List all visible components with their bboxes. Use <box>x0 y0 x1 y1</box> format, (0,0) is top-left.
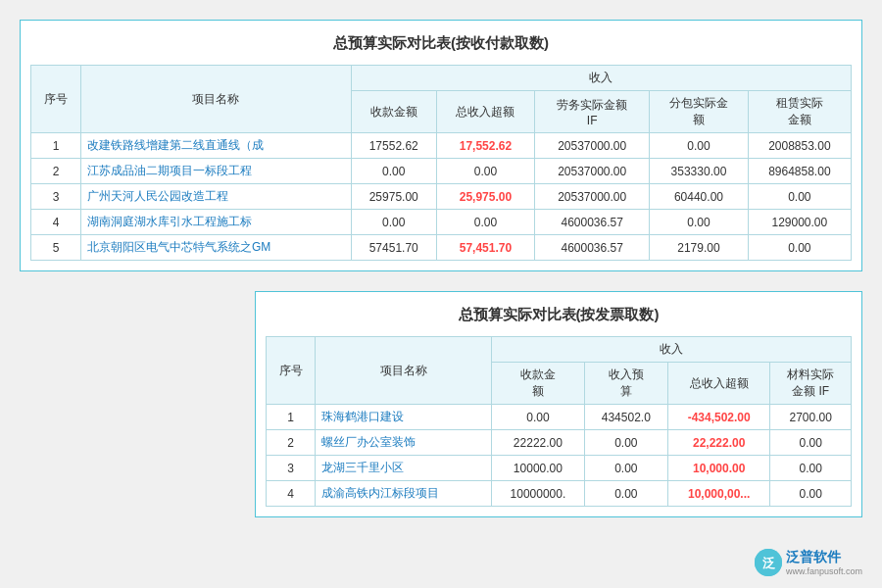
col-income-group: 收入 <box>351 66 851 91</box>
col-rental-val: 8964858.00 <box>748 159 851 184</box>
row-id: 1 <box>31 133 81 159</box>
project-name[interactable]: 珠海鹤港口建设 <box>316 405 492 430</box>
col2-budget-val: 0.00 <box>584 430 667 456</box>
col-labor-val: 4600036.57 <box>535 235 650 261</box>
col-subcontract-val: 0.00 <box>650 210 749 235</box>
col2-payment-val: 0.00 <box>492 405 584 430</box>
col-labor-val: 4600036.57 <box>535 210 650 235</box>
col2-excess: 总收入超额 <box>668 363 770 405</box>
col-subcontract-val: 353330.00 <box>650 159 749 184</box>
table-row: 5 北京朝阳区电气中芯特气系统之GM 57451.70 57,451.70 46… <box>31 235 852 261</box>
col2-income-group: 收入 <box>492 337 852 363</box>
table2-title: 总预算实际对比表(按发票取数) <box>266 302 852 328</box>
col-excess-val: 0.00 <box>436 210 535 235</box>
logo-icon: 泛 <box>755 549 782 576</box>
table-row: 3 广州天河人民公园改造工程 25975.00 25,975.00 205370… <box>31 184 852 210</box>
col2-material-val: 2700.00 <box>770 405 852 430</box>
col2-payment: 收款金额 <box>492 363 584 405</box>
col-excess-val: 17,552.62 <box>436 133 535 159</box>
table-row: 2 螺丝厂办公室装饰 22222.00 0.00 22,222.00 0.00 <box>267 430 852 456</box>
col-subcontract-val: 0.00 <box>650 133 749 159</box>
col2-payment-val: 10000000. <box>492 481 584 507</box>
project-name[interactable]: 龙湖三千里小区 <box>316 456 492 481</box>
col2-material-val: 0.00 <box>770 456 852 481</box>
col2-project-name: 项目名称 <box>316 337 492 405</box>
row-id: 3 <box>267 456 316 481</box>
col-excess-val: 57,451.70 <box>436 235 535 261</box>
col-payment: 收款金额 <box>351 91 436 133</box>
project-name[interactable]: 江苏成品油二期项目一标段工程 <box>80 159 351 184</box>
col-payment-val: 25975.00 <box>351 184 436 210</box>
table1-title: 总预算实际对比表(按收付款取数) <box>30 30 852 57</box>
table2: 序号 项目名称 收入 收款金额 收入预算 总收入超额 材料实际金额 IF 1 珠… <box>266 336 852 507</box>
col-rental-val: 2008853.00 <box>748 133 851 159</box>
col-excess-val: 0.00 <box>436 159 535 184</box>
col-labor-val: 20537000.00 <box>535 184 650 210</box>
project-name[interactable]: 北京朝阳区电气中芯特气系统之GM <box>80 235 351 261</box>
logo-area: 泛 泛普软件 www.fanpusoft.com <box>755 549 862 576</box>
col2-budget-val: 0.00 <box>584 456 667 481</box>
col2-budget-val: 434502.0 <box>584 405 667 430</box>
logo-sub-text: www.fanpusoft.com <box>786 566 862 576</box>
col2-material-val: 0.00 <box>770 481 852 507</box>
project-name[interactable]: 改建铁路线增建第二线直通线（成 <box>80 133 351 159</box>
col-income-excess: 总收入超额 <box>436 91 535 133</box>
project-name[interactable]: 螺丝厂办公室装饰 <box>316 430 492 456</box>
row-id: 4 <box>31 210 81 235</box>
row-id: 1 <box>267 405 316 430</box>
col-subcontract-val: 2179.00 <box>650 235 749 261</box>
col-labor-val: 20537000.00 <box>535 133 650 159</box>
table1-section: 总预算实际对比表(按收付款取数) 序号 项目名称 收入 收款金额 总收入超额 劳… <box>20 20 862 271</box>
table-row: 1 改建铁路线增建第二线直通线（成 17552.62 17,552.62 205… <box>31 133 852 159</box>
col-rental-val: 0.00 <box>748 235 851 261</box>
logo-main-text: 泛普软件 <box>786 549 862 566</box>
project-name[interactable]: 湖南洞庭湖水库引水工程施工标 <box>80 210 351 235</box>
col-rental: 租赁实际金额 <box>748 91 851 133</box>
row-id: 5 <box>31 235 81 261</box>
table-row: 4 湖南洞庭湖水库引水工程施工标 0.00 0.00 4600036.57 0.… <box>31 210 852 235</box>
col2-excess-val: 22,222.00 <box>668 430 770 456</box>
col2-index: 序号 <box>267 337 316 405</box>
col-payment-val: 57451.70 <box>351 235 436 261</box>
col2-excess-val: -434,502.00 <box>668 405 770 430</box>
col-labor: 劳务实际金额IF <box>535 91 650 133</box>
col-payment-val: 0.00 <box>351 159 436 184</box>
col2-excess-val: 10,000,00... <box>668 481 770 507</box>
table2-section: 总预算实际对比表(按发票取数) 序号 项目名称 收入 收款金额 收入预算 总收入… <box>255 291 862 517</box>
row-id: 2 <box>267 430 316 456</box>
col-subcontract-val: 60440.00 <box>650 184 749 210</box>
col-payment-val: 0.00 <box>351 210 436 235</box>
table-row: 1 珠海鹤港口建设 0.00 434502.0 -434,502.00 2700… <box>267 405 852 430</box>
col-excess-val: 25,975.00 <box>436 184 535 210</box>
col2-budget-val: 0.00 <box>584 481 667 507</box>
table-row: 2 江苏成品油二期项目一标段工程 0.00 0.00 20537000.00 3… <box>31 159 852 184</box>
col-index: 序号 <box>31 66 81 133</box>
col-rental-val: 129000.00 <box>748 210 851 235</box>
project-name[interactable]: 广州天河人民公园改造工程 <box>80 184 351 210</box>
col2-excess-val: 10,000.00 <box>668 456 770 481</box>
row-id: 2 <box>31 159 81 184</box>
col-payment-val: 17552.62 <box>351 133 436 159</box>
table1: 序号 项目名称 收入 收款金额 总收入超额 劳务实际金额IF 分包实际金额 租赁… <box>30 65 852 261</box>
table-row: 3 龙湖三千里小区 10000.00 0.00 10,000.00 0.00 <box>267 456 852 481</box>
row-id: 4 <box>267 481 316 507</box>
logo-text: 泛普软件 www.fanpusoft.com <box>786 549 862 576</box>
col-project-name: 项目名称 <box>80 66 351 133</box>
col-labor-val: 20537000.00 <box>535 159 650 184</box>
col2-budget: 收入预算 <box>584 363 667 405</box>
col-rental-val: 0.00 <box>748 184 851 210</box>
col2-material-val: 0.00 <box>770 430 852 456</box>
col2-material: 材料实际金额 IF <box>770 363 852 405</box>
table-row: 4 成渝高铁内江标段项目 10000000. 0.00 10,000,00...… <box>267 481 852 507</box>
col2-payment-val: 22222.00 <box>492 430 584 456</box>
row-id: 3 <box>31 184 81 210</box>
col2-payment-val: 10000.00 <box>492 456 584 481</box>
project-name[interactable]: 成渝高铁内江标段项目 <box>316 481 492 507</box>
svg-text:泛: 泛 <box>761 556 775 570</box>
col-subcontract: 分包实际金额 <box>650 91 749 133</box>
